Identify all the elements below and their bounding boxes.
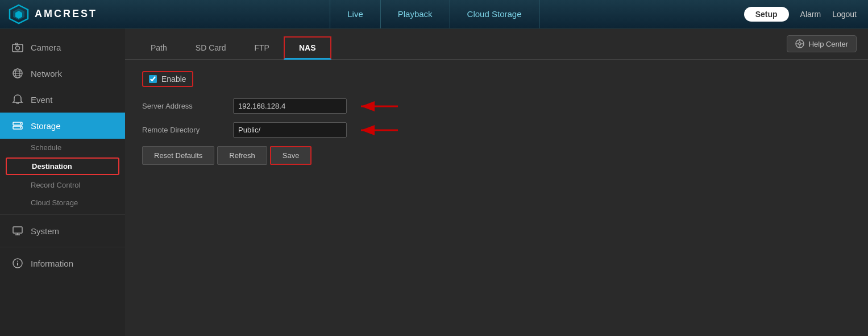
main-layout: Camera Network Event: [0, 28, 868, 336]
sidebar-storage-label: Storage: [31, 121, 61, 131]
nav-live[interactable]: Live: [330, 0, 381, 28]
sidebar-network-label: Network: [31, 69, 62, 78]
tab-sd-card[interactable]: SD Card: [181, 38, 240, 60]
amcrest-logo-icon: [9, 4, 29, 24]
svg-rect-15: [13, 227, 22, 233]
sidebar-item-camera[interactable]: Camera: [0, 34, 125, 60]
svg-point-4: [16, 46, 20, 50]
tab-path[interactable]: Path: [136, 38, 181, 60]
enable-label: Enable: [161, 74, 186, 84]
refresh-button[interactable]: Refresh: [217, 146, 267, 165]
server-address-label: Server Address: [142, 102, 233, 110]
sidebar-item-network[interactable]: Network: [0, 60, 125, 86]
svg-point-14: [20, 127, 21, 128]
remote-directory-input[interactable]: [233, 122, 347, 138]
sidebar-sub-destination[interactable]: Destination: [6, 157, 119, 175]
sidebar-divider-1: [0, 214, 125, 215]
system-icon: [11, 225, 24, 237]
sidebar-sub-record-control[interactable]: Record Control: [0, 176, 125, 194]
content-area: Path SD Card FTP NAS Help Ce: [125, 28, 868, 336]
sidebar-information-label: Information: [31, 259, 73, 268]
sidebar-event-label: Event: [31, 95, 52, 105]
tabs-bar: Path SD Card FTP NAS Help Ce: [125, 28, 868, 60]
nav-right: Setup Alarm Logout: [744, 7, 868, 22]
enable-checkbox[interactable]: [149, 75, 157, 83]
help-center-icon: [795, 39, 804, 48]
svg-point-22: [799, 43, 801, 45]
sidebar: Camera Network Event: [0, 28, 125, 336]
buttons-row: Reset Defaults Refresh Save: [142, 146, 851, 165]
sidebar-item-information[interactable]: Information: [0, 250, 125, 276]
remote-directory-label: Remote Directory: [142, 126, 233, 134]
sidebar-item-system[interactable]: System: [0, 218, 125, 244]
logo-area: AMCREST: [0, 4, 125, 24]
logout-button[interactable]: Logout: [832, 10, 857, 19]
svg-rect-3: [13, 44, 23, 52]
camera-icon: [11, 41, 24, 53]
tab-nas[interactable]: NAS: [284, 36, 331, 60]
sidebar-system-label: System: [31, 226, 59, 236]
sidebar-sub-schedule[interactable]: Schedule: [0, 139, 125, 156]
save-button[interactable]: Save: [270, 146, 312, 165]
nav-center: Live Playback Cloud Storage: [125, 0, 744, 28]
enable-checkbox-wrapper[interactable]: Enable: [142, 71, 193, 87]
svg-point-13: [20, 123, 21, 125]
svg-point-20: [17, 261, 18, 262]
storage-icon: [11, 119, 24, 132]
logo-text: AMCREST: [35, 8, 97, 20]
reset-defaults-button[interactable]: Reset Defaults: [142, 146, 214, 165]
server-address-row: Server Address: [142, 98, 851, 114]
information-icon: [11, 257, 24, 269]
top-navigation: AMCREST Live Playback Cloud Storage Setu…: [0, 0, 868, 28]
enable-row: Enable: [142, 71, 851, 87]
network-icon: [11, 67, 24, 80]
sidebar-sub-cloud-storage[interactable]: Cloud Storage: [0, 194, 125, 211]
nav-playback[interactable]: Playback: [381, 0, 450, 28]
form-area: Enable Server Address: [125, 60, 868, 336]
sidebar-item-storage[interactable]: Storage: [0, 113, 125, 139]
nav-cloud-storage[interactable]: Cloud Storage: [450, 0, 539, 28]
server-address-input[interactable]: [233, 98, 347, 114]
server-address-arrow: [355, 98, 401, 115]
help-center-button[interactable]: Help Center: [787, 35, 857, 52]
sidebar-divider-2: [0, 247, 125, 247]
sidebar-item-event[interactable]: Event: [0, 86, 125, 113]
setup-button[interactable]: Setup: [744, 7, 789, 22]
event-icon: [11, 93, 24, 106]
help-center-label: Help Center: [809, 40, 848, 48]
tab-ftp[interactable]: FTP: [240, 38, 284, 60]
sidebar-camera-label: Camera: [31, 43, 61, 52]
alarm-button[interactable]: Alarm: [800, 10, 821, 19]
remote-directory-arrow: [355, 122, 401, 139]
remote-directory-row: Remote Directory: [142, 122, 851, 138]
